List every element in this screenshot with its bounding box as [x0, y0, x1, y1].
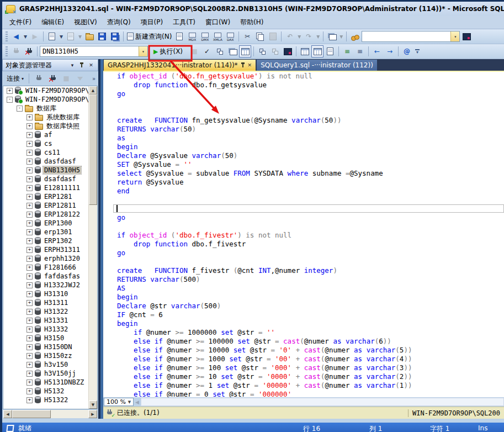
tree-item-8[interactable]: +dasfdasf — [3, 157, 89, 166]
oe-filter-icon[interactable] — [74, 72, 86, 85]
forward-icon[interactable]: ▶ — [29, 30, 41, 43]
panel-menu-dropdown-icon[interactable]: ▾ — [68, 61, 76, 70]
tree-item-21[interactable]: +fafdasfas — [3, 272, 89, 281]
tree-expander[interactable]: + — [26, 123, 33, 129]
tree-item-31[interactable]: +h3v150 — [3, 360, 89, 369]
parse-icon[interactable]: ✓ — [201, 45, 213, 57]
uncomment-icon[interactable]: ≡ — [354, 45, 366, 57]
tree-item-27[interactable]: +H31332 — [3, 325, 89, 334]
tree-expander[interactable]: + — [26, 159, 33, 165]
tree-item-19[interactable]: +erphh1320 — [3, 254, 89, 263]
tree-item-2[interactable]: -数据库 — [3, 104, 89, 113]
tree-expander[interactable]: + — [26, 185, 33, 191]
tree-expander[interactable]: + — [26, 247, 33, 253]
stop-icon[interactable]: ■ — [188, 45, 200, 57]
tree-expander[interactable]: + — [26, 300, 33, 306]
tree-item-33[interactable]: +H5131DNBZZ — [3, 378, 89, 387]
tree-expander[interactable]: + — [26, 326, 33, 333]
open-query-icon[interactable] — [173, 30, 185, 43]
tree-item-32[interactable]: +h3V150jj — [3, 369, 89, 378]
tab-0[interactable]: GRASP2HHJ1332041···inistrator (114))*✕ — [104, 60, 256, 71]
redo-dropdown[interactable]: ▾ — [315, 30, 321, 43]
debug-icon[interactable] — [214, 45, 226, 57]
tree-expander[interactable]: + — [26, 265, 33, 271]
tree-item-29[interactable]: +H3150DN — [3, 343, 89, 351]
scrollbar-thumb[interactable] — [89, 94, 97, 205]
menu-item-5[interactable]: 工具(T) — [168, 16, 200, 29]
pin-icon[interactable] — [241, 62, 245, 68]
tree-item-20[interactable]: +F1281666 — [3, 263, 89, 272]
add-item-dropdown[interactable]: ▾ — [77, 30, 83, 43]
execute-button[interactable]: ▶执行(X) — [148, 45, 188, 57]
change-connection-icon[interactable] — [23, 45, 35, 57]
new-query-button[interactable]: 新建查询(N) — [126, 30, 173, 43]
menu-item-3[interactable]: 查询(Q) — [102, 16, 136, 29]
pin-icon[interactable] — [78, 61, 86, 70]
tree-item-14[interactable]: +ERP128122 — [3, 210, 89, 219]
tree-expander[interactable]: + — [26, 114, 33, 120]
undo-icon[interactable]: ↶ — [284, 30, 296, 43]
tree-item-23[interactable]: +H31310 — [3, 289, 89, 298]
tree-item-0[interactable]: +WIN-F2M9D7OR9OP\S — [3, 86, 89, 95]
menu-item-1[interactable]: 编辑(E) — [36, 16, 69, 29]
tree-item-6[interactable]: +cs — [3, 139, 89, 148]
tree-expander[interactable]: + — [26, 167, 33, 173]
database-combo[interactable]: DNB1310H5▾ — [40, 46, 148, 57]
tree-expander[interactable]: + — [26, 141, 33, 147]
tree-expander[interactable]: + — [26, 229, 33, 235]
oe-connect-icon[interactable] — [33, 72, 45, 85]
oe-stop-icon[interactable]: ■ — [60, 72, 72, 85]
tree-expander[interactable]: + — [26, 273, 33, 280]
tree-item-10[interactable]: +dsafdasf — [3, 175, 89, 183]
tree-item-1[interactable]: -WIN-F2M9D7OR9OP\S — [3, 95, 89, 104]
cut-icon[interactable]: ✂ — [241, 30, 253, 43]
tree-expander[interactable]: + — [26, 203, 33, 209]
tree-item-7[interactable]: +cs11 — [3, 148, 89, 157]
back-dropdown[interactable]: ▾ — [23, 30, 28, 43]
save-all-icon[interactable] — [109, 30, 121, 43]
tree-item-9[interactable]: +DNB1310H5 — [3, 166, 89, 175]
tree-expander[interactable]: + — [26, 220, 33, 226]
tree-item-12[interactable]: +ERP1281 — [3, 192, 89, 201]
toolbar-options-button[interactable]: ▾ — [413, 49, 421, 54]
close-icon[interactable]: ✕ — [248, 62, 252, 68]
find-combo[interactable]: ▾ — [362, 31, 460, 42]
design-query-icon[interactable] — [282, 45, 294, 57]
tree-vertical-scrollbar[interactable]: ▲ ▼ — [88, 86, 97, 409]
tree-expander[interactable]: + — [26, 309, 33, 315]
activity-monitor-icon[interactable] — [460, 30, 473, 43]
scrollbar-track[interactable] — [51, 410, 88, 418]
tree-item-5[interactable]: +af — [3, 130, 89, 139]
tree-item-25[interactable]: +H31322 — [3, 307, 89, 316]
menu-item-7[interactable]: 帮助(H) — [235, 16, 268, 29]
tree-expander[interactable]: + — [26, 132, 33, 138]
increase-indent-icon[interactable]: → — [384, 45, 396, 57]
editor-zoom-select[interactable]: 100 % ▼ — [104, 398, 134, 406]
back-icon[interactable]: ◀ — [10, 30, 22, 43]
scroll-down-icon[interactable]: ▼ — [89, 401, 97, 409]
tree-expander[interactable]: + — [26, 318, 33, 324]
tree-expander[interactable]: - — [7, 97, 13, 103]
specify-values-icon[interactable] — [256, 45, 268, 57]
scroll-left-icon[interactable]: ◀ — [3, 410, 12, 418]
redo-icon[interactable]: ↷ — [303, 30, 315, 43]
tree-expander[interactable]: + — [26, 150, 33, 156]
close-panel-icon[interactable]: ✕ — [87, 61, 95, 70]
menu-item-6[interactable]: 窗口(W) — [200, 16, 235, 29]
results-text-icon[interactable] — [299, 45, 311, 57]
tree-expander[interactable]: + — [26, 371, 33, 377]
tree-item-30[interactable]: +H3150zz — [3, 351, 89, 360]
edit-template-icon[interactable] — [269, 45, 281, 57]
tree-horizontal-scrollbar[interactable]: ◀ ▶ — [2, 409, 98, 419]
tree-item-3[interactable]: +系统数据库 — [3, 113, 89, 122]
tree-expander[interactable]: + — [26, 362, 33, 368]
tree-expander[interactable]: + — [26, 291, 33, 297]
tree-expander[interactable]: + — [26, 397, 33, 403]
editor-horizontal-scrollbar[interactable] — [141, 398, 504, 406]
chevron-down-icon[interactable]: ▾ — [450, 31, 459, 41]
oe-disconnect-icon[interactable] — [46, 72, 59, 85]
navigate-window-icon[interactable] — [326, 30, 338, 43]
new-project-dropdown[interactable]: ▾ — [59, 30, 64, 43]
scroll-right-icon[interactable]: ▶ — [88, 410, 97, 418]
open-file-icon[interactable] — [83, 30, 96, 43]
